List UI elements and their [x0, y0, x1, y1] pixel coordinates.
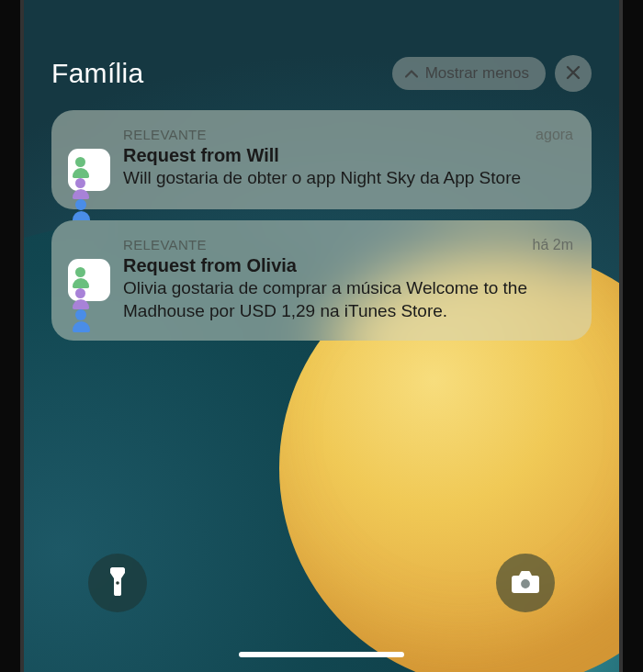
notification-group-header: Família Mostrar menos — [51, 55, 592, 92]
notification-content: RELEVANTE há 2m Request from Olivia Oliv… — [123, 237, 573, 322]
notification-content: RELEVANTE agora Request from Will Will g… — [123, 127, 573, 191]
svg-point-0 — [116, 581, 119, 585]
notification-body: Will gostaria de obter o app Night Sky d… — [123, 167, 573, 190]
notification-card[interactable]: RELEVANTE há 2m Request from Olivia Oliv… — [51, 220, 592, 341]
family-app-icon — [68, 259, 110, 301]
home-indicator[interactable] — [239, 652, 404, 657]
notification-area: Família Mostrar menos — [24, 0, 619, 341]
notification-body: Olivia gostaria de comprar a música Welc… — [123, 277, 573, 322]
notification-time: há 2m — [533, 237, 573, 253]
header-controls: Mostrar menos — [392, 55, 592, 92]
flashlight-icon — [107, 567, 128, 599]
notification-card[interactable]: RELEVANTE agora Request from Will Will g… — [51, 110, 592, 209]
chevron-up-icon — [405, 67, 418, 81]
notification-tag: RELEVANTE — [123, 237, 207, 252]
family-app-icon — [68, 149, 110, 191]
show-less-button[interactable]: Mostrar menos — [392, 57, 546, 90]
camera-button[interactable] — [496, 554, 555, 612]
group-title: Família — [51, 58, 143, 89]
lock-screen-wallpaper: Família Mostrar menos — [24, 0, 619, 672]
camera-icon — [511, 570, 540, 597]
notification-time: agora — [536, 127, 573, 143]
phone-frame: Família Mostrar menos — [0, 0, 643, 672]
lock-screen-quick-actions — [24, 554, 619, 612]
close-icon — [566, 65, 581, 83]
notification-title: Request from Olivia — [123, 255, 573, 276]
close-button[interactable] — [555, 55, 592, 92]
notification-tag: RELEVANTE — [123, 127, 207, 142]
show-less-label: Mostrar menos — [425, 64, 529, 83]
notification-title: Request from Will — [123, 145, 573, 166]
flashlight-button[interactable] — [88, 554, 147, 612]
